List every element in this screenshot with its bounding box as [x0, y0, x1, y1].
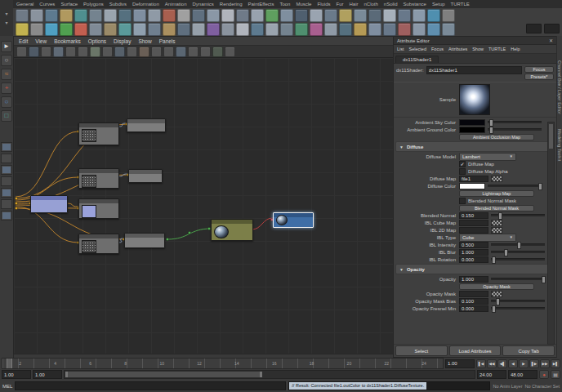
layout-shortcut-button[interactable] [1, 165, 12, 175]
lasso-select-tool-icon[interactable]: ○ [1, 55, 12, 66]
shelf-icon[interactable] [148, 23, 161, 36]
shelf-menu-arrow-icon[interactable]: ▾ [5, 20, 7, 25]
playback-start-field[interactable] [33, 370, 62, 379]
attribute-slider[interactable] [488, 185, 542, 187]
shelf-tab-subdivs[interactable]: Subdivs [109, 2, 127, 7]
section-header-opacity[interactable]: ▼Opacity [395, 264, 555, 274]
port-dot[interactable] [15, 197, 18, 200]
shelf-icon[interactable] [60, 23, 73, 36]
color-swatch[interactable] [459, 119, 485, 126]
port-dot[interactable] [166, 238, 169, 241]
range-handle-left[interactable] [65, 372, 68, 377]
shelf-icon[interactable] [368, 23, 381, 36]
attribute-slider[interactable] [491, 214, 545, 216]
paint-select-tool-icon[interactable]: ≈ [1, 69, 12, 80]
shelf-tab-ncloth[interactable]: nCloth [364, 2, 378, 7]
menu-focus[interactable]: Focus [431, 47, 444, 51]
map-button-ambient-occlusion-map[interactable]: Ambient Occlusion Map [459, 134, 534, 140]
shelf-tab-deformation[interactable]: Deformation [132, 2, 159, 7]
menu-list[interactable]: List [397, 47, 404, 51]
animation-end-field[interactable] [508, 370, 537, 379]
menu-turtle[interactable]: TURTLE [488, 47, 506, 51]
menu-options[interactable]: Options [88, 38, 106, 44]
ramp-node[interactable] [78, 198, 119, 219]
range-slider-bar[interactable] [65, 372, 262, 377]
shelf-icon[interactable] [118, 23, 132, 36]
step-back-frame-button[interactable]: ◀▌ [497, 359, 507, 368]
layout-shortcut-button[interactable] [1, 211, 12, 220]
menu-panels[interactable]: Panels [159, 38, 176, 44]
shelf-icon[interactable] [45, 23, 58, 36]
shelf-tab-nsolid[interactable]: nSolid [384, 2, 398, 7]
node-editor-tool-icon[interactable] [90, 47, 100, 57]
node-editor-tool-icon[interactable] [114, 47, 125, 57]
node-header[interactable] [79, 169, 118, 173]
tab-dx11shader1[interactable]: dx11Shader1 [395, 56, 439, 63]
utility-node-1[interactable] [127, 118, 166, 132]
place2d-node[interactable] [30, 195, 68, 213]
attribute-slider[interactable] [488, 121, 542, 123]
layout-shortcut-button[interactable] [1, 199, 12, 209]
shelf-tab-animation[interactable]: Animation [165, 2, 187, 7]
node-editor-tool-icon[interactable] [200, 47, 211, 57]
port-dot[interactable] [15, 207, 18, 210]
play-forward-button[interactable]: ▶ [519, 359, 529, 368]
step-back-key-button[interactable]: ◀◀ [487, 359, 497, 368]
time-slider[interactable]: 24681012141618202224 [2, 358, 444, 369]
shelf-icon[interactable] [89, 23, 102, 36]
shelf-icon[interactable] [104, 23, 117, 36]
shelf-icon[interactable] [280, 23, 293, 36]
shelf-icon[interactable] [118, 9, 132, 22]
step-forward-frame-button[interactable]: ▌▶ [529, 359, 539, 368]
slider-handle[interactable] [504, 249, 508, 256]
slider-handle[interactable] [492, 305, 496, 313]
shelf-icon[interactable] [442, 23, 455, 36]
shelf-icon[interactable] [60, 9, 73, 22]
shelf-icon[interactable] [339, 23, 352, 36]
shelf-icon[interactable] [265, 9, 279, 22]
value-field[interactable] [459, 291, 488, 297]
shelf-icon[interactable] [16, 23, 29, 36]
menu-bookmarks[interactable]: Bookmarks [54, 38, 81, 44]
layout-shortcut-button[interactable] [1, 142, 12, 152]
node-editor-tool-icon[interactable] [102, 47, 113, 57]
shelf-tab-painteffects[interactable]: PaintEffects [248, 2, 274, 7]
scrollbar-track[interactable] [547, 122, 555, 345]
shelf-icon[interactable] [413, 23, 426, 36]
shelf-tab-turtle[interactable]: TURTLE [451, 2, 470, 7]
shelf-tab-rendering[interactable]: Rendering [220, 2, 243, 7]
shelf-icon[interactable] [133, 23, 146, 36]
node-header[interactable] [125, 234, 164, 238]
shelf-tab-toon[interactable]: Toon [279, 2, 290, 7]
shelf-icon[interactable] [310, 9, 323, 22]
node-editor-tool-icon[interactable] [151, 47, 162, 57]
layout-shortcut-button[interactable] [1, 176, 12, 186]
shelf-icon[interactable] [45, 9, 58, 22]
shelf-icon[interactable] [383, 23, 396, 36]
quick-select-field[interactable] [526, 24, 542, 33]
shelf-icon[interactable] [442, 9, 455, 22]
shelf-icon[interactable] [324, 9, 337, 22]
shelf-icon[interactable] [16, 9, 29, 22]
shelf-icon[interactable] [221, 23, 234, 36]
shelf-icon[interactable] [74, 23, 87, 36]
shelf-icon[interactable] [236, 9, 249, 22]
scale-tool-icon[interactable]: □ [1, 110, 12, 122]
shader-node-green[interactable] [211, 219, 253, 241]
slider-handle[interactable] [542, 276, 546, 283]
checkbox-diffuse-map-alpha[interactable] [459, 168, 466, 175]
shelf-icon[interactable] [295, 9, 308, 22]
presets-button[interactable]: Presets* [524, 74, 554, 80]
node-editor-tool-icon[interactable] [225, 47, 235, 57]
node-name-field[interactable] [426, 66, 522, 74]
shelf-icon[interactable] [177, 23, 190, 36]
shelf-icon[interactable] [177, 9, 190, 22]
go-to-start-button[interactable]: ▌◀ [476, 359, 486, 368]
shelf-icon[interactable] [30, 9, 43, 22]
shelf-tab-general[interactable]: General [16, 2, 33, 7]
port-dot[interactable] [188, 231, 191, 234]
copy-tab-button[interactable]: Copy Tab [502, 345, 555, 356]
texture-node-2[interactable] [78, 168, 119, 189]
shelf-icon[interactable] [295, 23, 308, 36]
load-attributes-button[interactable]: Load Attributes [449, 345, 502, 356]
